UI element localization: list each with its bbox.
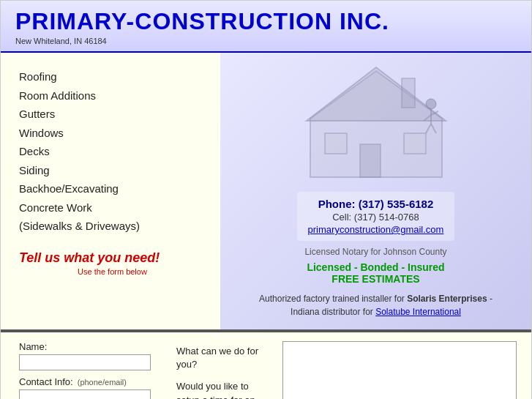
form-right (282, 341, 517, 399)
nav-item: Room Additions (19, 86, 206, 105)
company-title: PRIMARY-CONSTRUCTION INC. (15, 8, 517, 35)
cta-heading: Tell us what you need! (19, 250, 206, 266)
name-input[interactable] (19, 354, 151, 370)
licensed-text: Licensed - Bonded - Insured (307, 261, 444, 273)
nav-item: (Sidewalks & Driveways) (19, 217, 206, 236)
contact-hint: (phone/email) (78, 378, 127, 387)
nav-item: Concrete Work (19, 198, 206, 217)
message-textarea[interactable] (282, 341, 517, 399)
sidebar: RoofingRoom AdditionsGuttersWindowsDecks… (1, 53, 220, 329)
cta-subheading: Use the form below (19, 267, 206, 276)
free-estimates: FREE ESTIMATES (331, 273, 419, 285)
header: PRIMARY-CONSTRUCTION INC. New Whiteland,… (1, 1, 531, 53)
notary-text: Licensed Notary for Johnson County (304, 247, 446, 257)
svg-rect-3 (360, 144, 381, 177)
authorized-text: Authorized factory trained installer for… (259, 292, 492, 318)
nav-item: Backhoe/Excavating (19, 179, 206, 198)
house-graphic-container (235, 64, 517, 181)
distributor-label: Indiana distributor for (291, 307, 373, 317)
company-subtitle: New Whiteland, IN 46184 (15, 37, 517, 45)
nav-item: Gutters (19, 105, 206, 124)
nav-item: Decks (19, 142, 206, 161)
contact-row: Contact Info: (phone/email) (19, 376, 165, 387)
nav-item: Roofing (19, 67, 206, 86)
what-label: What can we do for you? (176, 345, 271, 371)
solaris-label: Solaris Enterprises (407, 294, 487, 304)
nav-item: Siding (19, 161, 206, 180)
contact-input[interactable] (19, 389, 151, 399)
contact-label: Contact Info: (19, 376, 73, 387)
page-wrapper: PRIMARY-CONSTRUCTION INC. New Whiteland,… (0, 0, 532, 399)
cta-section: Tell us what you need! Use the form belo… (19, 250, 206, 276)
nav-item: Windows (19, 124, 206, 143)
solatube-link[interactable]: Solatube International (375, 307, 461, 317)
form-section: Name: Contact Info: (phone/email) Submit… (1, 331, 531, 399)
house-icon (296, 64, 457, 181)
nav-list: RoofingRoom AdditionsGuttersWindowsDecks… (19, 67, 206, 236)
svg-marker-1 (307, 67, 446, 121)
estimate-label: Would you like to setup a time for an es… (176, 380, 271, 399)
svg-rect-4 (325, 133, 347, 154)
contact-info: Phone: (317) 535-6182 Cell: (317) 514-07… (297, 192, 455, 241)
name-label: Name: (19, 341, 165, 352)
right-panel: Phone: (317) 535-6182 Cell: (317) 514-07… (220, 53, 531, 329)
phone-cell: Cell: (317) 514-0768 (308, 212, 444, 223)
svg-point-6 (426, 99, 436, 109)
form-left: Name: Contact Info: (phone/email) Submit (19, 341, 165, 399)
form-middle: What can we do for you? Would you like t… (176, 341, 271, 399)
svg-rect-2 (402, 78, 415, 108)
authorized-label: Authorized factory trained installer for (259, 294, 405, 304)
svg-rect-5 (404, 133, 426, 154)
email-link[interactable]: primaryconstruction@gmail.com (308, 224, 444, 235)
phone-main: Phone: (317) 535-6182 (308, 198, 444, 210)
